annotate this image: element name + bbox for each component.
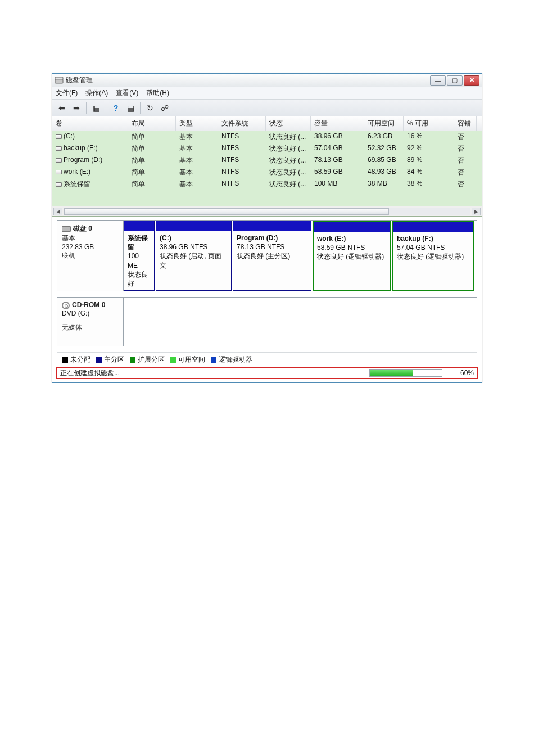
menu-file[interactable]: 文件(F) — [56, 88, 78, 98]
scroll-thumb[interactable] — [64, 208, 389, 215]
legend: 未分配 主分区 扩展分区 可用空间 逻辑驱动器 — [57, 352, 477, 367]
cell-layout: 简单 — [128, 155, 176, 166]
toolbar: ⬅ ➡ ▦ ? ▤ ↻ ☍ — [52, 100, 482, 116]
cell-fs: NTFS — [218, 155, 266, 166]
cell-layout: 简单 — [128, 143, 176, 155]
menubar: 文件(F) 操作(A) 查看(V) 帮助(H) — [52, 87, 482, 100]
partition[interactable]: (C:)38.96 GB NTFS状态良好 (启动, 页面文 — [156, 220, 232, 291]
volume-row[interactable]: backup (F:)简单基本NTFS状态良好 (...57.04 GB52.3… — [52, 143, 482, 155]
toolbar-separator — [86, 102, 87, 114]
cdrom-info: CD-ROM 0 DVD (G:) 无媒体 — [57, 298, 124, 346]
cell-free: 48.93 GB — [364, 166, 404, 178]
partition-header — [314, 222, 390, 232]
partition-size: 57.04 GB NTFS — [397, 243, 469, 252]
partition[interactable]: 系统保留100 ME状态良好 — [124, 220, 155, 291]
volume-list-header: 卷 布局 类型 文件系统 状态 容量 可用空间 % 可用 容错 — [52, 116, 482, 131]
close-button[interactable]: ✕ — [464, 75, 479, 86]
help-button[interactable]: ? — [110, 102, 122, 114]
partition-status: 状态良好 (启动, 页面文 — [160, 251, 228, 269]
show-hide-tree-button[interactable]: ▦ — [90, 102, 102, 114]
cell-capacity: 78.13 GB — [311, 155, 364, 166]
toolbar-separator — [140, 102, 141, 114]
cell-status: 状态良好 (... — [266, 166, 311, 178]
forward-button[interactable]: ➡ — [70, 102, 83, 114]
scroll-right-icon[interactable]: ▶ — [472, 208, 481, 215]
partition-size: 100 ME — [128, 251, 151, 269]
legend-extended: 扩展分区 — [130, 355, 165, 364]
cell-status: 状态良好 (... — [266, 131, 311, 143]
progress-percent: 60% — [447, 369, 474, 377]
refresh-button[interactable]: ↻ — [144, 102, 156, 114]
partition[interactable]: backup (F:)57.04 GB NTFS状态良好 (逻辑驱动器) — [392, 220, 474, 291]
cell-capacity: 100 MB — [311, 178, 364, 190]
cell-volume: Program (D:) — [52, 155, 128, 166]
settings-button[interactable]: ☍ — [159, 102, 171, 114]
partition[interactable]: work (E:)58.59 GB NTFS状态良好 (逻辑驱动器) — [313, 220, 391, 291]
back-button[interactable]: ⬅ — [56, 102, 68, 114]
cell-type: 基本 — [176, 131, 218, 143]
properties-button[interactable]: ▤ — [124, 102, 137, 114]
col-volume[interactable]: 卷 — [52, 116, 128, 130]
disk-0-size: 232.83 GB — [62, 243, 119, 251]
cell-layout: 简单 — [128, 178, 176, 190]
col-type[interactable]: 类型 — [176, 116, 218, 130]
minimize-button[interactable]: — — [430, 75, 446, 86]
partition[interactable]: Program (D:)78.13 GB NTFS状态良好 (主分区) — [233, 220, 311, 291]
volume-row[interactable]: Program (D:)简单基本NTFS状态良好 (...78.13 GB69.… — [52, 155, 482, 166]
disk-0-title: 磁盘 0 — [73, 224, 92, 232]
cell-free: 52.32 GB — [364, 143, 404, 155]
col-free[interactable]: 可用空间 — [364, 116, 404, 130]
cell-fault: 否 — [454, 178, 477, 190]
cell-layout: 简单 — [128, 131, 176, 143]
status-bar: 正在创建虚拟磁盘... 60% — [56, 367, 478, 379]
cdrom-block[interactable]: CD-ROM 0 DVD (G:) 无媒体 — [57, 297, 477, 346]
legend-logical: 逻辑驱动器 — [211, 355, 252, 364]
horizontal-scrollbar[interactable]: ◀ ▶ — [52, 206, 482, 216]
cell-volume: 系统保留 — [52, 178, 128, 190]
disk-0-state: 联机 — [62, 251, 119, 260]
col-fs[interactable]: 文件系统 — [218, 116, 266, 130]
cell-layout: 简单 — [128, 166, 176, 178]
partition-name: backup (F:) — [397, 234, 469, 243]
cell-fs: NTFS — [218, 178, 266, 190]
cell-type: 基本 — [176, 166, 218, 178]
cell-fault: 否 — [454, 143, 477, 155]
partition-status: 状态良好 (逻辑驱动器) — [397, 252, 469, 261]
disk-0-block[interactable]: 磁盘 0 基本 232.83 GB 联机 系统保留100 ME状态良好(C:)3… — [57, 220, 477, 291]
partition-size: 38.96 GB NTFS — [160, 242, 228, 251]
col-fault[interactable]: 容错 — [454, 116, 477, 130]
volume-icon — [56, 182, 62, 187]
menu-action[interactable]: 操作(A) — [85, 88, 108, 98]
app-icon — [55, 76, 64, 85]
menu-help[interactable]: 帮助(H) — [146, 88, 169, 98]
cdrom-state: 无媒体 — [62, 323, 119, 332]
cell-pct: 84 % — [404, 166, 454, 178]
volume-row[interactable]: (C:)简单基本NTFS状态良好 (...38.96 GB6.23 GB16 %… — [52, 131, 482, 143]
partition-header — [233, 221, 311, 231]
cell-fs: NTFS — [218, 131, 266, 143]
menu-view[interactable]: 查看(V) — [116, 88, 138, 98]
partition-status: 状态良好 (逻辑驱动器) — [317, 252, 387, 261]
volume-row[interactable]: 系统保留简单基本NTFS状态良好 (...100 MB38 MB38 %否 — [52, 178, 482, 190]
volume-icon — [56, 134, 62, 139]
volume-row[interactable]: work (E:)简单基本NTFS状态良好 (...58.59 GB48.93 … — [52, 166, 482, 178]
partition-status: 状态良好 — [128, 270, 151, 288]
volume-list: 卷 布局 类型 文件系统 状态 容量 可用空间 % 可用 容错 (C:)简单基本… — [52, 116, 482, 217]
partition-name: Program (D:) — [237, 233, 307, 242]
col-layout[interactable]: 布局 — [128, 116, 176, 130]
cell-pct: 92 % — [404, 143, 454, 155]
progress-bar — [369, 369, 442, 377]
legend-unallocated: 未分配 — [62, 355, 90, 364]
cell-type: 基本 — [176, 143, 218, 155]
col-capacity[interactable]: 容量 — [311, 116, 364, 130]
cell-status: 状态良好 (... — [266, 155, 311, 166]
cdrom-title: CD-ROM 0 — [72, 301, 105, 309]
cell-type: 基本 — [176, 178, 218, 190]
disk-0-info: 磁盘 0 基本 232.83 GB 联机 — [57, 220, 124, 291]
col-status[interactable]: 状态 — [266, 116, 311, 130]
cell-capacity: 38.96 GB — [311, 131, 364, 143]
scroll-left-icon[interactable]: ◀ — [53, 208, 62, 215]
col-pctfree[interactable]: % 可用 — [404, 116, 454, 130]
maximize-button[interactable]: ▢ — [447, 75, 463, 86]
scroll-track[interactable] — [64, 208, 470, 215]
